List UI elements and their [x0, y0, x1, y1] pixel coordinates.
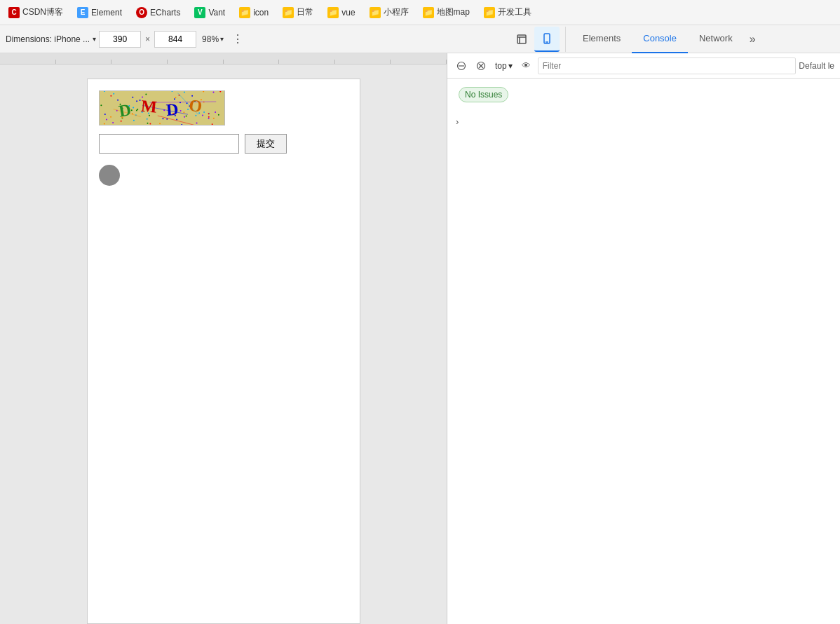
ruler-tick — [335, 60, 391, 64]
issues-area: No Issues — [447, 79, 840, 111]
devtools-folder-icon: 📁 — [484, 7, 495, 18]
bookmark-echarts-label: ECharts — [150, 8, 180, 18]
bookmark-devtools[interactable]: 📁 开发工具 — [481, 5, 534, 20]
height-input[interactable] — [154, 31, 196, 48]
ruler-tick — [391, 60, 447, 64]
daily-folder-icon: 📁 — [283, 7, 294, 18]
devtools-tabs: Elements Console Network » — [571, 25, 834, 53]
vant-icon: V — [194, 7, 205, 18]
input-row: 提交 — [99, 134, 348, 154]
top-context-dropdown[interactable]: top ▾ — [492, 60, 515, 72]
dimensions-label: Dimensions: iPhone ... — [6, 34, 90, 44]
bookmark-icon[interactable]: 📁 icon — [236, 6, 271, 20]
horizontal-ruler — [0, 53, 447, 65]
bookmark-vue[interactable]: 📁 vue — [325, 6, 358, 20]
captcha-letter-o: O — [187, 95, 205, 116]
echarts-icon: O — [136, 7, 147, 18]
stop-icon-button[interactable] — [473, 57, 489, 74]
phone-frame: D M D O 提交 — [87, 79, 360, 624]
bookmark-daily-label: 日常 — [297, 6, 313, 18]
bookmark-echarts[interactable]: O ECharts — [133, 6, 183, 20]
devtools-left-icons — [509, 27, 566, 52]
browser-content: D M D O 提交 — [0, 65, 447, 624]
console-toolbar: top ▾ 👁 Default le — [447, 53, 840, 79]
bookmark-miniapp-label: 小程序 — [384, 6, 409, 18]
no-issues-badge: No Issues — [459, 87, 508, 102]
csdn-icon: C — [8, 7, 20, 18]
devtools-toolbar: Dimensions: iPhone ... ▾ × 98% ▾ ⋮ Eleme… — [0, 25, 840, 53]
filter-input[interactable] — [538, 57, 797, 74]
svg-rect-0 — [517, 35, 526, 43]
bookmark-element[interactable]: E Element — [74, 6, 125, 20]
more-options-button[interactable]: ⋮ — [229, 31, 246, 48]
bookmark-csdn[interactable]: C CSDN博客 — [6, 5, 66, 20]
tab-network[interactable]: Network — [688, 25, 744, 53]
captcha-image[interactable]: D M D O — [99, 90, 225, 126]
inspect-element-button[interactable] — [509, 27, 534, 52]
ruler-tick — [0, 60, 56, 64]
zoom-dropdown-icon: ▾ — [220, 35, 224, 43]
bookmark-icon-label: icon — [253, 8, 269, 18]
captcha-letter-m: M — [140, 96, 161, 116]
dimension-separator: × — [145, 34, 150, 44]
tab-console[interactable]: Console — [632, 25, 688, 53]
dimensions-dropdown-icon[interactable]: ▾ — [93, 35, 96, 43]
clear-console-button[interactable] — [453, 57, 470, 74]
drag-circle[interactable] — [99, 165, 120, 186]
captcha-letter-d2: D — [166, 100, 183, 120]
ruler-tick — [56, 60, 112, 64]
bookmark-map[interactable]: 📁 地图map — [420, 5, 473, 20]
bookmark-csdn-label: CSDN博客 — [22, 6, 63, 18]
bookmark-element-label: Element — [91, 8, 122, 18]
default-level-label: Default le — [799, 61, 834, 71]
ruler-tick — [279, 60, 335, 64]
element-icon: E — [77, 7, 88, 18]
tab-elements[interactable]: Elements — [571, 25, 632, 53]
bookmark-miniapp[interactable]: 📁 小程序 — [367, 5, 412, 20]
miniapp-folder-icon: 📁 — [370, 7, 381, 18]
submit-button[interactable]: 提交 — [245, 134, 287, 154]
captcha-text: D M D O — [118, 99, 204, 118]
zoom-value: 98% — [202, 34, 219, 44]
eye-icon-button[interactable]: 👁 — [518, 57, 535, 74]
width-input[interactable] — [99, 31, 141, 48]
ruler-tick — [168, 60, 224, 64]
browser-panel: D M D O 提交 — [0, 53, 447, 624]
map-folder-icon: 📁 — [423, 7, 434, 18]
console-content: › — [447, 111, 840, 624]
top-label: top — [495, 61, 507, 71]
bookmark-devtools-label: 开发工具 — [498, 6, 531, 18]
bookmark-map-label: 地图map — [437, 6, 470, 18]
main-container: D M D O 提交 — [0, 53, 840, 624]
bookmark-daily[interactable]: 📁 日常 — [280, 5, 316, 20]
top-dropdown-icon: ▾ — [508, 61, 513, 71]
ruler-tick — [224, 60, 280, 64]
ruler-tick — [111, 60, 168, 64]
device-toolbar-button[interactable] — [534, 27, 560, 52]
bookmarks-bar: C CSDN博客 E Element O ECharts V Vant 📁 ic… — [0, 0, 840, 25]
bookmark-vant-label: Vant — [208, 8, 225, 18]
vue-folder-icon: 📁 — [327, 7, 339, 18]
icon-folder-icon: 📁 — [239, 7, 250, 18]
captcha-input[interactable] — [99, 134, 239, 154]
bookmark-vue-label: vue — [341, 8, 355, 18]
bookmark-vant[interactable]: V Vant — [191, 6, 228, 20]
zoom-control[interactable]: 98% ▾ — [202, 34, 224, 44]
dimension-control: Dimensions: iPhone ... ▾ × — [6, 31, 196, 48]
devtools-panel: top ▾ 👁 Default le No Issues › — [447, 53, 840, 624]
captcha-letter-d1: D — [118, 100, 136, 121]
more-tabs-button[interactable]: » — [744, 25, 761, 53]
expand-arrow[interactable]: › — [453, 114, 461, 130]
